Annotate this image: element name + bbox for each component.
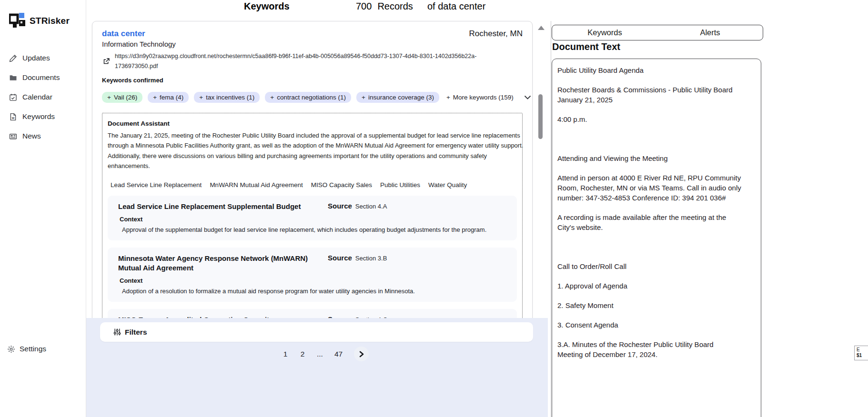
external-link-icon[interactable]: [102, 57, 111, 66]
plus-icon: +: [153, 94, 157, 101]
keyword-chip-fema[interactable]: + fema (4): [148, 92, 189, 103]
topic-tags-row: Lead Service Line Replacement MnWARN Mut…: [108, 181, 517, 189]
records-scope: of data center: [427, 1, 485, 12]
document-url[interactable]: https://d3n9y02raazwpg.cloudfront.net/ro…: [115, 51, 496, 71]
chip-label: Vail (26): [114, 94, 137, 101]
calendar-icon: [9, 93, 17, 101]
document-paragraph: 3.A. Minutes of the Rochester Public Uti…: [557, 339, 755, 359]
sidebar-item-updates[interactable]: Updates: [9, 53, 60, 63]
filters-icon: [113, 328, 121, 336]
context-text: Approval of the supplemental budget for …: [122, 226, 506, 234]
keyword-chips-row: + Vail (26) + fema (4) + tax incentives …: [102, 92, 523, 103]
topic-tag: MnWARN Mutual Aid Agreement: [210, 181, 303, 189]
document-paragraph: 2. Safety Moment: [557, 300, 755, 310]
context-text: Adoption of a resolution to formalize a …: [122, 287, 506, 296]
plus-icon: +: [107, 94, 111, 101]
scrollbar-thumb[interactable]: [538, 94, 543, 139]
chevron-down-icon[interactable]: [524, 95, 531, 100]
sidebar-item-label: Calendar: [22, 93, 52, 101]
brand-logo: STRisker: [9, 12, 70, 30]
strisker-logo-icon: [9, 12, 26, 30]
topic-tag: MISO Capacity Sales: [311, 181, 372, 189]
corner-overlay-widget: E $1: [854, 346, 868, 360]
page-ellipsis: ...: [317, 350, 323, 358]
keyword-chip-insurance-coverage[interactable]: + insurance coverage (3): [356, 92, 439, 103]
records-label: Records: [377, 1, 413, 12]
main-header: Keywords 700 Records of data center: [86, 1, 551, 15]
panel-tabbar: Keywords Alerts: [552, 25, 763, 40]
document-paragraph: Public Utility Board Agenda: [557, 65, 755, 75]
sidebar-item-calendar[interactable]: Calendar: [9, 92, 60, 102]
keyword-link[interactable]: data center: [102, 29, 145, 39]
scroll-up-arrow[interactable]: [538, 26, 545, 30]
topic-tag: Water Quality: [428, 181, 467, 189]
page-button-1[interactable]: 1: [283, 350, 288, 358]
page-button-2[interactable]: 2: [300, 350, 305, 358]
keywords-confirmed-label: Keywords confirmed: [102, 77, 523, 84]
document-paragraph: 3. Consent Agenda: [557, 320, 755, 330]
finding-card: Minnesota Water Agency Response Network …: [108, 248, 517, 302]
settings-label: Settings: [20, 345, 46, 353]
finding-source: Source Section 3.B: [328, 254, 387, 262]
sidebar-item-keywords[interactable]: w Keywords: [9, 112, 60, 121]
topic-tag: Public Utilities: [380, 181, 420, 189]
keyword-chip-contract-negotiations[interactable]: + contract negotiations (1): [265, 92, 351, 103]
card-scrollbar: [536, 21, 546, 318]
finding-source: Source Section 4.A: [328, 202, 387, 210]
document-paragraph: Rochester Boards & Commissions - Public …: [557, 85, 755, 105]
source-value: Section 4.A: [355, 203, 387, 210]
document-text-heading: Document Text: [552, 41, 620, 52]
sidebar: STRisker Updates Documents Calendar: [0, 0, 86, 417]
plus-icon: +: [446, 94, 450, 101]
main-column: Keywords 700 Records of data center data…: [86, 0, 551, 417]
sidebar-item-news[interactable]: News: [9, 131, 60, 141]
page-button-47[interactable]: 47: [334, 350, 343, 358]
document-paragraph: A recording is made available after the …: [557, 212, 755, 232]
records-count-group: 700 Records: [356, 1, 413, 12]
bottom-toolbar-area: Filters 1 2 ... 47: [86, 318, 548, 417]
page-title: Keywords: [244, 1, 290, 12]
document-paragraph: Call to Order/Roll Call: [557, 261, 755, 271]
sidebar-nav: Updates Documents Calendar w Keywords: [9, 53, 60, 151]
filters-button[interactable]: Filters: [100, 322, 533, 342]
document-text-panel: Keywords Alerts Document Text Public Uti…: [551, 0, 868, 417]
app-root: STRisker Updates Documents Calendar: [0, 0, 868, 417]
corner-overlay-line: $1: [857, 353, 868, 358]
plus-icon: +: [199, 94, 203, 101]
chip-label: tax incentives (1): [206, 94, 254, 101]
sidebar-item-documents[interactable]: Documents: [9, 73, 60, 82]
document-paragraph: Attending and Viewing the Meeting: [557, 153, 755, 163]
plus-icon: +: [362, 94, 365, 101]
filters-label: Filters: [125, 328, 147, 337]
sidebar-item-label: Updates: [22, 54, 50, 62]
keyword-chip-tax-incentives[interactable]: + tax incentives (1): [194, 92, 260, 103]
finding-header: Lead Service Line Replacement Supplement…: [118, 202, 506, 211]
document-paragraph: 1. Approval of Agenda: [557, 281, 755, 291]
sidebar-item-label: News: [22, 132, 41, 140]
source-value: Section 3.B: [355, 255, 387, 262]
sidebar-item-settings[interactable]: Settings: [7, 345, 46, 353]
records-count: 700: [356, 1, 372, 12]
assistant-summary: The January 21, 2025, meeting of the Roc…: [108, 130, 525, 171]
tab-alerts[interactable]: Alerts: [657, 25, 763, 40]
chip-label: contract negotiations (1): [277, 94, 346, 101]
keyword-document-icon: w: [9, 113, 17, 121]
document-assistant-panel: Document Assistant The January 21, 2025,…: [102, 113, 523, 351]
next-page-button[interactable]: [354, 347, 369, 361]
chip-label: insurance coverage (3): [368, 94, 434, 101]
finding-title: Lead Service Line Replacement Supplement…: [118, 202, 321, 211]
finding-title: Minnesota Water Agency Response Network …: [118, 254, 321, 273]
keyword-chip-vail[interactable]: + Vail (26): [102, 92, 142, 103]
folder-icon: [9, 74, 17, 82]
document-paragraph: 4:00 p.m.: [557, 114, 755, 124]
corner-overlay-line: E: [857, 347, 868, 353]
more-keywords-button[interactable]: + More keywords (159): [444, 92, 519, 103]
gear-icon: [7, 345, 15, 353]
context-label: Context: [120, 216, 506, 223]
document-text-box: Public Utility Board Agenda Rochester Bo…: [552, 59, 761, 417]
svg-text:w: w: [11, 116, 15, 119]
card-top-row: data center Rochester, MN: [102, 29, 523, 39]
tab-keywords[interactable]: Keywords: [552, 25, 657, 40]
sidebar-item-label: Documents: [22, 73, 60, 82]
document-paragraph: Attend in person at 4000 E River Rd NE, …: [557, 173, 755, 203]
